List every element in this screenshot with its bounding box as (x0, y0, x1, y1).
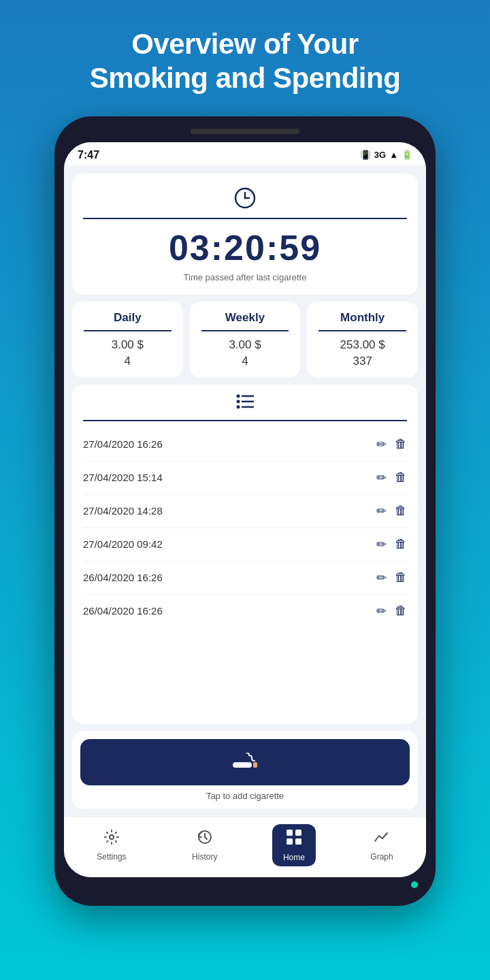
history-card: 27/04/2020 16:26 ✏ 🗑 27/04/2020 15:14 ✏ … (72, 385, 418, 724)
edit-icon-0[interactable]: ✏ (376, 437, 387, 452)
datetime-4: 26/04/2020 16:26 (83, 572, 163, 583)
actions-0[interactable]: ✏ 🗑 (376, 437, 407, 452)
stat-value-weekly: 3.00 $ (229, 338, 261, 352)
stat-card-monthly: Monthly 253.00 $ 337 (307, 301, 418, 378)
list-icon (236, 394, 254, 413)
actions-4[interactable]: ✏ 🗑 (376, 570, 407, 585)
stat-divider-monthly (318, 330, 406, 331)
svg-point-5 (237, 399, 240, 403)
timer-label: Time passed after last cigarette (184, 272, 307, 282)
status-icons: 📳 3G ▲ 🔋 (360, 150, 412, 160)
svg-rect-11 (287, 830, 293, 836)
nav-item-history[interactable]: History (181, 825, 228, 866)
nav-label-settings: Settings (97, 852, 126, 862)
edit-icon-3[interactable]: ✏ (376, 537, 387, 552)
delete-icon-5[interactable]: 🗑 (395, 604, 407, 618)
network-label: 3G (374, 150, 386, 160)
status-time: 7:47 (78, 149, 99, 161)
signal-icon: ▲ (389, 150, 398, 160)
timer-card: 03:20:59 Time passed after last cigarett… (72, 174, 418, 295)
stat-title-weekly: Weekly (225, 311, 265, 325)
nav-item-graph[interactable]: Graph (359, 825, 404, 866)
graph-icon (374, 829, 390, 849)
history-row-5: 26/04/2020 16:26 ✏ 🗑 (83, 595, 407, 627)
phone-frame: 7:47 📳 3G ▲ 🔋 (54, 116, 436, 906)
edit-icon-2[interactable]: ✏ (376, 504, 387, 519)
actions-3[interactable]: ✏ 🗑 (376, 537, 407, 552)
add-btn-container: Tap to add cigarette (72, 731, 418, 809)
delete-icon-2[interactable]: 🗑 (395, 504, 407, 518)
datetime-5: 26/04/2020 16:26 (83, 605, 163, 617)
stat-count-monthly: 337 (353, 355, 372, 368)
delete-icon-4[interactable]: 🗑 (395, 570, 407, 585)
svg-point-9 (110, 835, 114, 839)
datetime-1: 27/04/2020 15:14 (83, 472, 163, 483)
datetime-0: 27/04/2020 16:26 (83, 438, 163, 450)
nav-label-history: History (192, 852, 217, 862)
actions-2[interactable]: ✏ 🗑 (376, 504, 407, 519)
timer-clock-icon (234, 187, 256, 214)
nav-label-graph: Graph (370, 852, 393, 862)
edit-icon-1[interactable]: ✏ (376, 470, 387, 485)
timer-display: 03:20:59 (169, 227, 321, 268)
page-title: Overview of Your Smoking and Spending (49, 0, 442, 116)
stat-card-weekly: Weekly 3.00 $ 4 (190, 301, 301, 378)
edit-icon-4[interactable]: ✏ (376, 570, 387, 585)
history-divider (83, 420, 407, 421)
stat-count-daily: 4 (125, 355, 131, 368)
screen-content: 03:20:59 Time passed after last cigarett… (64, 165, 426, 817)
bottom-nav: Settings History (64, 817, 426, 877)
history-row-1: 27/04/2020 15:14 ✏ 🗑 (83, 461, 407, 495)
nav-label-home: Home (283, 853, 305, 862)
nav-item-home[interactable]: Home (272, 824, 316, 866)
datetime-2: 27/04/2020 14:28 (83, 505, 163, 517)
stat-title-daily: Daily (114, 311, 142, 325)
datetime-3: 27/04/2020 09:42 (83, 538, 163, 550)
delete-icon-0[interactable]: 🗑 (395, 437, 407, 451)
stat-count-weekly: 4 (242, 355, 248, 368)
settings-icon (103, 829, 120, 849)
nav-item-settings[interactable]: Settings (86, 825, 137, 866)
svg-point-4 (237, 394, 240, 397)
phone-screen: 7:47 📳 3G ▲ 🔋 (64, 142, 426, 877)
vibrate-icon: 📳 (360, 150, 371, 160)
add-cigarette-button[interactable] (80, 739, 410, 785)
history-row-0: 27/04/2020 16:26 ✏ 🗑 (83, 428, 407, 461)
actions-1[interactable]: ✏ 🗑 (376, 470, 407, 485)
history-row-3: 27/04/2020 09:42 ✏ 🗑 (83, 528, 407, 561)
edit-icon-5[interactable]: ✏ (376, 604, 387, 619)
delete-icon-3[interactable]: 🗑 (395, 537, 407, 551)
status-bar: 7:47 📳 3G ▲ 🔋 (64, 142, 426, 165)
battery-icon: 🔋 (402, 150, 412, 160)
stat-title-monthly: Monthly (340, 311, 385, 325)
svg-point-6 (237, 405, 240, 408)
history-row-4: 26/04/2020 16:26 ✏ 🗑 (83, 561, 407, 595)
stat-card-daily: Daily 3.00 $ 4 (72, 301, 183, 378)
stat-value-daily: 3.00 $ (112, 338, 144, 352)
stat-divider-weekly (201, 330, 289, 331)
phone-notch (191, 129, 299, 134)
actions-5[interactable]: ✏ 🗑 (376, 604, 407, 619)
stats-row: Daily 3.00 $ 4 Weekly 3.00 $ 4 Monthly 2… (72, 301, 418, 378)
history-header (83, 394, 407, 413)
stat-divider-daily (84, 330, 171, 331)
svg-rect-12 (295, 830, 301, 836)
delete-icon-1[interactable]: 🗑 (395, 470, 407, 485)
phone-dot (411, 881, 418, 888)
svg-rect-14 (295, 838, 301, 845)
svg-rect-13 (287, 838, 293, 845)
svg-rect-8 (253, 762, 257, 768)
add-btn-label: Tap to add cigarette (206, 791, 284, 801)
history-row-2: 27/04/2020 14:28 ✏ 🗑 (83, 495, 407, 528)
svg-rect-7 (233, 762, 252, 768)
history-icon (197, 829, 213, 849)
home-icon (285, 828, 303, 850)
timer-divider (83, 218, 407, 219)
stat-value-monthly: 253.00 $ (340, 338, 385, 352)
